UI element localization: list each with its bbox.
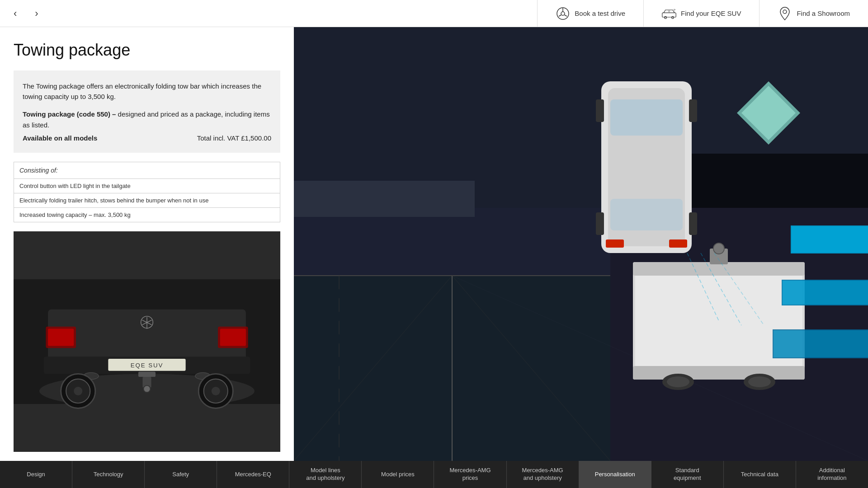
svg-line-3: [559, 15, 561, 16]
svg-point-68: [748, 376, 771, 387]
scene-svg: [294, 27, 868, 461]
description-box: The Towing package offers an electronica…: [14, 70, 280, 153]
nav-item-amg-prices[interactable]: Mercedes-AMG prices: [434, 461, 506, 488]
nav-item-personalisation[interactable]: Personalisation: [579, 461, 651, 488]
car-rear-image: EQE SUV: [14, 231, 280, 452]
consisting-header: Consisting of:: [14, 162, 280, 179]
svg-point-1: [561, 12, 565, 15]
svg-rect-56: [689, 99, 697, 122]
svg-rect-60: [669, 239, 687, 248]
svg-rect-57: [596, 212, 604, 235]
find-showroom-label: Find a Showroom: [797, 9, 850, 17]
nav-item-technology[interactable]: Technology: [72, 461, 145, 488]
svg-rect-59: [606, 239, 624, 248]
nav-arrows: ‹ ›: [0, 5, 52, 22]
car-rear-svg: EQE SUV: [14, 231, 280, 452]
book-test-drive-button[interactable]: Book a test drive: [537, 0, 643, 27]
nav-item-model-prices[interactable]: Model prices: [362, 461, 434, 488]
nav-item-safety[interactable]: Safety: [145, 461, 217, 488]
right-image-area: [294, 27, 868, 461]
bottom-nav: Design Technology Safety Mercedes-EQ Mod…: [0, 461, 868, 488]
nav-item-design[interactable]: Design: [0, 461, 72, 488]
svg-point-6: [665, 16, 667, 19]
svg-point-10: [783, 10, 787, 14]
package-name: Towing package (code 550) –: [23, 110, 116, 118]
svg-point-7: [672, 16, 674, 19]
svg-rect-44: [294, 181, 475, 217]
svg-rect-64: [633, 366, 805, 380]
book-test-drive-label: Book a test drive: [575, 9, 625, 17]
svg-rect-5: [662, 13, 676, 17]
find-showroom-button[interactable]: Find a Showroom: [759, 0, 868, 27]
nav-item-additional-info[interactable]: Additional information: [796, 461, 868, 488]
nav-prev-button[interactable]: ‹: [9, 5, 21, 22]
svg-text:?: ?: [674, 8, 676, 12]
find-eqe-button[interactable]: ? Find your EQE SUV: [643, 0, 759, 27]
car-icon: ?: [662, 6, 676, 21]
left-panel: Towing package The Towing package offers…: [0, 27, 294, 461]
svg-rect-14: [48, 310, 246, 361]
svg-point-32: [212, 387, 220, 395]
steering-wheel-icon: [556, 6, 570, 21]
find-eqe-label: Find your EQE SUV: [681, 9, 741, 17]
nav-item-standard-equipment[interactable]: Standard equipment: [651, 461, 724, 488]
nav-next-button[interactable]: ›: [30, 5, 42, 22]
consisting-item-3: Increased towing capacity – max. 3,500 k…: [14, 208, 280, 222]
svg-rect-22: [48, 328, 74, 346]
package-availability-row: Available on all models Total incl. VAT …: [23, 134, 271, 142]
consisting-item-1: Control button with LED light in the tai…: [14, 179, 280, 193]
nav-item-model-lines[interactable]: Model lines and upholstery: [289, 461, 362, 488]
svg-rect-53: [610, 99, 683, 136]
description-text: The Towing package offers an electronica…: [23, 81, 271, 102]
svg-point-66: [667, 376, 689, 387]
right-panel: [294, 27, 868, 461]
package-info: Towing package (code 550) – designed and…: [23, 109, 271, 131]
nav-item-technical-data[interactable]: Technical data: [724, 461, 796, 488]
svg-point-29: [74, 387, 82, 395]
svg-point-20: [143, 385, 150, 392]
main-content: Towing package The Towing package offers…: [0, 27, 868, 461]
page-title: Towing package: [14, 41, 280, 60]
nav-item-amg-upholstery[interactable]: Mercedes-AMG and upholstery: [507, 461, 579, 488]
consisting-item-2: Electrically folding trailer hitch, stow…: [14, 193, 280, 208]
svg-rect-58: [689, 212, 697, 235]
consisting-of-box: Consisting of: Control button with LED l…: [14, 162, 280, 222]
header: ‹ › Book a test drive ? Find your EQE: [0, 0, 868, 27]
price-text: Total incl. VAT £1,500.00: [197, 134, 271, 142]
availability-text: Available on all models: [23, 134, 97, 142]
location-pin-icon: [778, 6, 792, 21]
svg-rect-24: [220, 328, 246, 346]
svg-rect-18: [138, 372, 156, 377]
svg-line-4: [565, 15, 567, 16]
header-actions: Book a test drive ? Find your EQE SUV Fi…: [537, 0, 868, 27]
svg-point-70: [713, 243, 724, 254]
nav-item-mercedes-eq[interactable]: Mercedes-EQ: [217, 461, 289, 488]
svg-text:EQE SUV: EQE SUV: [131, 362, 164, 369]
svg-rect-54: [610, 199, 683, 230]
svg-rect-55: [596, 99, 604, 122]
svg-point-8: [668, 10, 670, 12]
